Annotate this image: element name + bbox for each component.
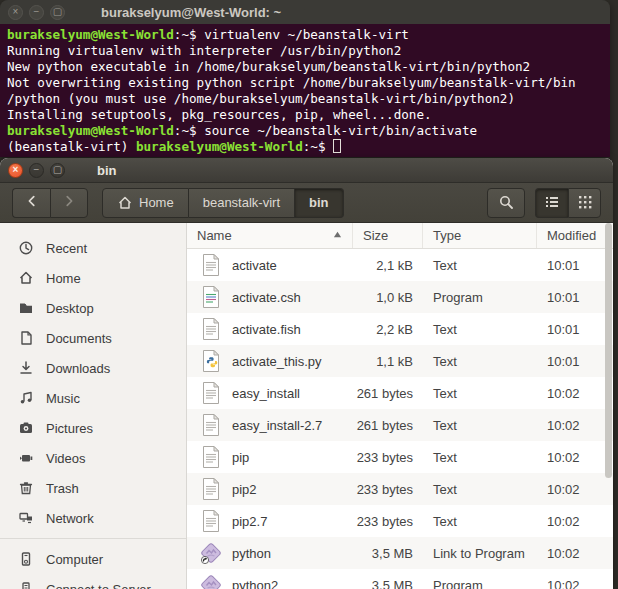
sidebar-item-videos[interactable]: Videos	[0, 443, 186, 473]
home-icon	[18, 270, 34, 286]
sidebar-item-downloads[interactable]: Downloads	[0, 353, 186, 383]
terminal-line: Installing setuptools, pkg_resources, pi…	[7, 107, 603, 123]
file-manager-close-button[interactable]: ×	[8, 163, 23, 178]
file-row-activate-csh[interactable]: activate.csh1,0 kBProgram10:01	[187, 281, 613, 313]
chevron-right-icon	[62, 194, 76, 211]
column-header-type[interactable]: Type	[423, 223, 537, 248]
file-modified: 10:02	[537, 418, 613, 433]
forward-button[interactable]	[50, 188, 88, 218]
file-manager-minimize-button[interactable]: −	[29, 163, 44, 178]
sidebar-item-recent[interactable]: Recent	[0, 233, 186, 263]
scrollbar-thumb[interactable]	[605, 223, 612, 478]
file-modified: 10:02	[537, 450, 613, 465]
file-name: easy_install-2.7	[232, 418, 322, 433]
file-type: Text	[423, 418, 537, 433]
terminal-minimize-button[interactable]: −	[29, 5, 44, 20]
grid-view-icon	[577, 194, 593, 213]
file-manager-titlebar[interactable]: × − ▢ bin	[0, 158, 613, 183]
sidebar-item-label: Home	[46, 271, 81, 286]
script-file-icon	[199, 285, 223, 309]
list-view-icon	[544, 194, 560, 213]
network-icon	[18, 510, 34, 526]
file-modified: 10:02	[537, 482, 613, 497]
sidebar-item-label: Trash	[46, 481, 79, 496]
file-row-activate[interactable]: activate2,1 kBText10:01	[187, 249, 613, 281]
file-type: Link to Program	[423, 546, 537, 561]
file-size: 2,1 kB	[353, 258, 423, 273]
sort-ascending-icon	[333, 230, 342, 241]
sidebar-item-computer[interactable]: Computer	[0, 544, 186, 574]
file-row-easy-install-2-7[interactable]: easy_install-2.7261 bytesText10:02	[187, 409, 613, 441]
file-list-rows: activate2,1 kBText10:01 activate.csh1,0 …	[187, 249, 613, 589]
column-header-name[interactable]: Name	[187, 223, 353, 248]
terminal-titlebar[interactable]: × − ▢ burakselyum@West-World: ~	[0, 0, 610, 24]
desktop-icon	[18, 300, 34, 316]
file-name: pip2.7	[232, 514, 267, 529]
sidebar-item-connect-to-server[interactable]: Connect to Server	[0, 574, 186, 589]
breadcrumb-beanstalk-virt[interactable]: beanstalk-virt	[189, 188, 295, 218]
terminal-window: × − ▢ burakselyum@West-World: ~ buraksel…	[0, 0, 610, 157]
column-header-label: Modified	[547, 228, 596, 243]
file-type: Program	[423, 290, 537, 305]
home-icon	[117, 195, 133, 211]
terminal-close-button[interactable]: ×	[8, 5, 23, 20]
file-row-pip[interactable]: pip233 bytesText10:02	[187, 441, 613, 473]
column-header-label: Type	[433, 228, 461, 243]
file-name: activate	[232, 258, 277, 273]
file-size: 261 bytes	[353, 386, 423, 401]
file-size: 2,2 kB	[353, 322, 423, 337]
file-row-activate-fish[interactable]: activate.fish2,2 kBText10:01	[187, 313, 613, 345]
breadcrumb-home[interactable]: Home	[102, 188, 189, 218]
file-type: Text	[423, 386, 537, 401]
file-manager-content: RecentHomeDesktopDocumentsDownloadsMusic…	[0, 223, 613, 589]
terminal-text: :~$ virtualenv ~/beanstalk-virt	[174, 27, 409, 42]
sidebar-item-music[interactable]: Music	[0, 383, 186, 413]
sidebar-item-label: Computer	[46, 552, 103, 567]
terminal-line: burakselyum@West-World:~$ virtualenv ~/b…	[7, 27, 603, 43]
back-button[interactable]	[12, 188, 50, 218]
file-manager-window: × − ▢ bin Homebeanstalk-virtbin RecentHo…	[0, 158, 613, 589]
terminal-line: Running virtualenv with interpreter /usr…	[7, 43, 603, 59]
sidebar-item-label: Desktop	[46, 301, 94, 316]
file-row-python2[interactable]: python23,5 MBProgram10:02	[187, 569, 613, 589]
terminal-text: Running virtualenv with interpreter /usr…	[7, 43, 401, 58]
sidebar-item-label: Pictures	[46, 421, 93, 436]
sidebar-separator	[0, 538, 186, 539]
file-size: 233 bytes	[353, 482, 423, 497]
grid-view-button[interactable]	[568, 188, 601, 218]
file-manager-maximize-button[interactable]: ▢	[50, 163, 65, 178]
text-file-icon	[199, 445, 223, 469]
column-header-modified[interactable]: Modified	[537, 223, 613, 248]
search-icon	[498, 194, 514, 213]
sidebar-item-documents[interactable]: Documents	[0, 323, 186, 353]
terminal-output[interactable]: burakselyum@West-World:~$ virtualenv ~/b…	[0, 24, 610, 157]
videos-icon	[18, 450, 34, 466]
file-row-activate-this-py[interactable]: activate_this.py1,1 kBText10:01	[187, 345, 613, 377]
sidebar-item-desktop[interactable]: Desktop	[0, 293, 186, 323]
file-name-cell: activate_this.py	[187, 349, 353, 373]
file-modified: 10:01	[537, 258, 613, 273]
sidebar-item-label: Videos	[46, 451, 86, 466]
file-type: Text	[423, 482, 537, 497]
breadcrumb-bin[interactable]: bin	[295, 188, 344, 218]
sidebar-item-home[interactable]: Home	[0, 263, 186, 293]
scrollbar[interactable]	[605, 223, 612, 589]
sidebar-item-pictures[interactable]: Pictures	[0, 413, 186, 443]
trash-icon	[18, 480, 34, 496]
file-manager-toolbar: Homebeanstalk-virtbin	[0, 183, 613, 223]
file-row-python[interactable]: python3,5 MBLink to Program10:02	[187, 537, 613, 569]
sidebar-item-network[interactable]: Network	[0, 503, 186, 533]
sidebar-item-trash[interactable]: Trash	[0, 473, 186, 503]
terminal-prompt: burakselyum@West-World	[7, 123, 174, 138]
column-header-size[interactable]: Size	[353, 223, 423, 248]
file-row-pip2[interactable]: pip2233 bytesText10:02	[187, 473, 613, 505]
downloads-icon	[18, 360, 34, 376]
search-button[interactable]	[487, 188, 525, 218]
executable-icon	[199, 573, 223, 589]
file-row-easy-install[interactable]: easy_install261 bytesText10:02	[187, 377, 613, 409]
terminal-text: (beanstalk-virt)	[7, 139, 136, 154]
terminal-maximize-button[interactable]: ▢	[50, 5, 65, 20]
list-view-button[interactable]	[535, 188, 568, 218]
file-row-pip2-7[interactable]: pip2.7233 bytesText10:02	[187, 505, 613, 537]
view-toggle	[535, 188, 601, 218]
